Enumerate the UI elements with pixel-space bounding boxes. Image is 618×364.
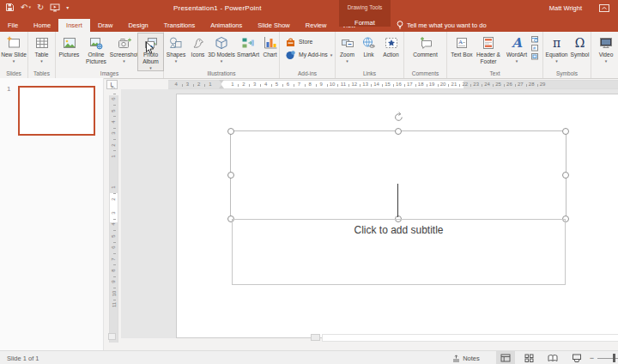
dropdown-arrow-icon: ▾ — [13, 58, 15, 64]
resize-handle-middle-left[interactable] — [227, 172, 234, 179]
screenshot-icon — [117, 34, 132, 50]
ruler-tick — [404, 84, 405, 87]
horizontal-scrollbar[interactable] — [322, 334, 618, 342]
ribbon-group-slides: New Slide ▾ Slides — [0, 32, 28, 78]
zoom-slider-handle[interactable] — [613, 354, 615, 362]
rotate-handle[interactable] — [393, 112, 404, 123]
header-footer-icon — [481, 34, 496, 50]
ribbon-group-media: Video ▾ Audio ▾ Media — [591, 32, 618, 78]
title-placeholder[interactable] — [230, 130, 566, 220]
ribbon-group-add-ins: Store My Add-ins ▾ Add-ins — [280, 32, 336, 78]
action-button[interactable]: Action — [379, 33, 403, 58]
notes-button[interactable]: Notes — [448, 351, 484, 364]
screenshot-button[interactable]: Screenshot ▾ — [110, 33, 138, 64]
slide-canvas[interactable]: Click to add subtitle — [176, 94, 618, 338]
ruler-tick — [113, 94, 116, 94]
ribbon-group-links: Zoom ▾ Link Action Links — [336, 32, 404, 78]
wordart-button[interactable]: A WordArt ▾ — [504, 33, 530, 64]
resize-handle-top-left[interactable] — [227, 128, 234, 135]
ruler-tick — [249, 84, 250, 87]
online-pictures-button[interactable]: Online Pictures — [82, 33, 110, 65]
symbol-button[interactable]: Ω Symbol — [570, 33, 591, 58]
slide-number-icon[interactable]: # — [531, 45, 539, 52]
equation-button[interactable]: π Equation ▾ — [544, 33, 570, 64]
icons-button[interactable]: Icons — [188, 33, 208, 58]
new-slide-button[interactable]: New Slide ▾ — [1, 33, 27, 64]
slide-thumbnail[interactable] — [18, 86, 95, 136]
save-icon[interactable] — [5, 3, 15, 12]
smartart-button[interactable]: SmartArt — [235, 33, 261, 58]
text-box-button[interactable]: A Text Box — [451, 33, 473, 58]
comment-button[interactable]: Comment — [410, 33, 441, 58]
ruler-number: 4 — [111, 223, 116, 226]
zoom-slider[interactable] — [597, 351, 618, 364]
lightbulb-icon — [397, 21, 403, 30]
ruler-tick — [113, 105, 116, 106]
zoom-button[interactable]: Zoom ▾ — [336, 33, 359, 64]
ruler-tick — [493, 84, 494, 87]
shapes-button[interactable]: Shapes ▾ — [164, 33, 188, 64]
customize-qat-icon[interactable]: ▾ — [66, 5, 69, 10]
action-icon — [384, 34, 399, 50]
resize-handle-top-center[interactable] — [395, 128, 402, 135]
header-footer-button[interactable]: Header & Footer — [473, 33, 504, 65]
tab-format[interactable]: Format — [339, 19, 391, 27]
store-button[interactable]: Store — [280, 35, 335, 48]
resize-handle-middle-right[interactable] — [562, 172, 569, 179]
ruler-tick — [282, 84, 283, 87]
ribbon-group-illustrations: Shapes ▾ Icons 3D Models ▾ — [164, 32, 280, 78]
quick-access-toolbar: ↶▾ ↻ ▾ — [5, 3, 69, 12]
reading-view-button[interactable] — [543, 351, 562, 364]
text-box-icon: A — [454, 34, 470, 50]
vertical-ruler: 76543211234567891011 — [109, 95, 118, 343]
undo-dropdown-icon[interactable]: ▾ — [28, 5, 31, 9]
ruler-tick — [415, 84, 416, 87]
3d-models-icon — [214, 34, 229, 50]
resize-handle-top-right[interactable] — [562, 128, 569, 135]
object-icon[interactable] — [531, 53, 539, 60]
horizontal-scrollbar-splitter[interactable] — [311, 334, 320, 341]
shapes-icon — [168, 34, 184, 50]
slide-show-view-button[interactable] — [567, 351, 586, 364]
table-button[interactable]: Table ▾ — [29, 33, 55, 64]
ruler-tick — [113, 116, 116, 117]
ruler-number: 6 — [111, 98, 116, 100]
tab-insert[interactable]: Insert — [58, 19, 90, 32]
date-time-icon[interactable] — [531, 36, 539, 43]
my-add-ins-button[interactable]: My Add-ins ▾ — [280, 48, 335, 61]
notes-icon — [452, 355, 460, 362]
zoom-out-icon[interactable]: − — [586, 354, 597, 362]
tab-draw[interactable]: Draw — [90, 19, 121, 32]
tab-slide-show[interactable]: Slide Show — [250, 19, 298, 32]
tab-design[interactable]: Design — [120, 19, 155, 32]
dropdown-arrow-icon: ▾ — [516, 58, 518, 64]
video-button[interactable]: Video ▾ — [595, 33, 617, 64]
ribbon-group-comments: Comment Comments — [404, 32, 447, 78]
start-slideshow-icon[interactable] — [50, 3, 60, 12]
ruler-number: 15 — [385, 82, 391, 87]
indent-marker[interactable] — [219, 80, 225, 88]
ribbon-display-options-icon[interactable] — [599, 4, 609, 12]
ruler-number: 6 — [111, 246, 116, 249]
ruler-number: 2 — [242, 82, 245, 87]
3d-models-button[interactable]: 3D Models ▾ — [208, 33, 235, 64]
tab-animations[interactable]: Animations — [203, 19, 250, 32]
normal-view-button[interactable] — [496, 351, 515, 364]
tab-review[interactable]: Review — [298, 19, 335, 32]
ruler-number: 5 — [276, 82, 278, 87]
ruler-number: 3 — [111, 211, 116, 214]
tab-file[interactable]: File — [0, 19, 26, 32]
slide-sorter-view-button[interactable] — [520, 351, 538, 364]
tell-me-box[interactable]: Tell me what you want to do — [397, 19, 487, 32]
subtitle-placeholder[interactable]: Click to add subtitle — [232, 219, 566, 285]
tab-home[interactable]: Home — [26, 19, 58, 32]
tab-transitions[interactable]: Transitions — [156, 19, 203, 32]
redo-icon[interactable]: ↻ — [37, 3, 44, 12]
link-button[interactable]: Link — [359, 33, 379, 58]
slide-indicator: Slide 1 of 1 — [7, 355, 39, 362]
chart-button[interactable]: Chart — [261, 33, 279, 58]
user-name[interactable]: Matt Wright — [549, 4, 582, 12]
undo-icon[interactable]: ↶▾ — [21, 3, 31, 12]
pictures-button[interactable]: Pictures — [56, 33, 82, 58]
ruler-number: 24 — [484, 82, 490, 87]
